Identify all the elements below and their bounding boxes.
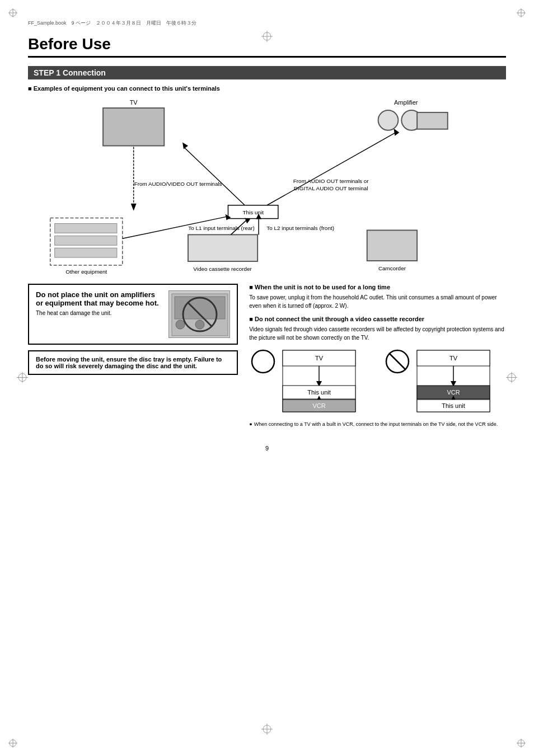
header-line: FF_Sample.book 9 ページ ２００４年３月８日 月曜日 午後６時３… (28, 17, 506, 27)
svg-text:This unit: This unit (242, 209, 264, 215)
caution-text: Before moving the unit, ensure the disc … (36, 356, 230, 369)
step-header: STEP 1 Connection (28, 66, 506, 79)
corner-mark-br (509, 731, 526, 748)
svg-rect-33 (55, 224, 117, 233)
svg-text:TV: TV (449, 355, 458, 361)
svg-marker-52 (226, 214, 231, 220)
vcr-bullet-note: When connecting to a TV with a built in … (249, 421, 506, 428)
left-cross-mark (17, 372, 28, 384)
bottom-section: Do not place the unit on amplifiers or e… (28, 284, 506, 428)
svg-marker-46 (394, 129, 399, 136)
svg-marker-42 (182, 143, 188, 149)
examples-label: Examples of equipment you can connect to… (28, 85, 506, 92)
corner-mark-tr (509, 8, 526, 25)
bottom-cross-mark (261, 724, 273, 736)
svg-marker-50 (256, 214, 261, 219)
right-section2-body: Video signals fed through video cassette… (249, 325, 506, 342)
right-cross-mark (506, 372, 517, 384)
svg-point-64 (252, 350, 274, 373)
svg-text:This unit: This unit (442, 402, 465, 409)
svg-rect-29 (417, 112, 448, 129)
svg-text:DIGITAL AUDIO OUT terminal: DIGITAL AUDIO OUT terminal (294, 185, 368, 191)
svg-line-41 (184, 147, 245, 205)
right-section1-body: To save power, unplug it from the househ… (249, 293, 506, 310)
svg-text:Video cassette recorder: Video cassette recorder (193, 266, 252, 272)
warning-box: Do not place the unit on amplifiers or e… (28, 284, 238, 345)
svg-text:Amplifier: Amplifier (394, 99, 418, 106)
top-cross-mark (261, 31, 273, 44)
svg-text:VCR: VCR (447, 389, 460, 396)
svg-text:To L2 input terminals (front): To L2 input terminals (front) (266, 225, 334, 231)
svg-text:From AUDIO/VIDEO OUT terminals: From AUDIO/VIDEO OUT terminals (134, 181, 222, 187)
svg-text:Camcorder: Camcorder (378, 265, 406, 271)
svg-text:Other equipment: Other equipment (65, 269, 107, 275)
svg-text:To L1 input terminals (rear): To L1 input terminals (rear) (188, 225, 255, 231)
caution-box: Before moving the unit, ensure the disc … (28, 350, 238, 375)
svg-rect-39 (367, 230, 417, 261)
svg-rect-24 (103, 108, 164, 146)
svg-text:VCR: VCR (313, 402, 326, 409)
svg-marker-44 (131, 204, 137, 211)
corner-mark-bl (8, 731, 25, 748)
good-connection-diagram: TV This unit VCR (249, 348, 372, 416)
right-column: When the unit is not to be used for a lo… (249, 284, 506, 428)
svg-point-61 (195, 320, 204, 329)
corner-mark-tl (8, 8, 25, 25)
left-column: Do not place the unit on amplifiers or e… (28, 284, 238, 428)
svg-rect-34 (55, 236, 117, 245)
svg-rect-37 (188, 234, 257, 261)
svg-line-45 (267, 133, 395, 205)
svg-point-28 (401, 110, 421, 130)
bad-connection-diagram: TV VCR This unit (383, 348, 506, 416)
connection-diagram: TV Amplifier This unit Other equipment V… (28, 96, 506, 275)
svg-text:TV: TV (315, 355, 324, 361)
svg-rect-30 (228, 205, 278, 219)
svg-rect-32 (50, 218, 123, 265)
svg-line-77 (389, 353, 406, 370)
page-number: 9 (28, 445, 506, 452)
right-section1-title: When the unit is not to be used for a lo… (249, 284, 506, 290)
svg-rect-35 (55, 248, 117, 257)
svg-text:TV: TV (130, 99, 138, 106)
vcr-diagrams: TV This unit VCR (249, 348, 506, 416)
svg-marker-48 (245, 218, 250, 224)
page-container: FF_Sample.book 9 ページ ２００４年３月８日 月曜日 午後６時３… (0, 0, 534, 756)
svg-point-27 (378, 110, 399, 130)
svg-line-47 (231, 219, 247, 235)
right-section2-title: Do not connect the unit through a video … (249, 316, 506, 322)
svg-text:From AUDIO OUT terminals or: From AUDIO OUT terminals or (293, 178, 369, 184)
svg-line-51 (123, 217, 228, 239)
svg-point-60 (176, 320, 185, 329)
svg-text:This unit: This unit (308, 389, 331, 396)
